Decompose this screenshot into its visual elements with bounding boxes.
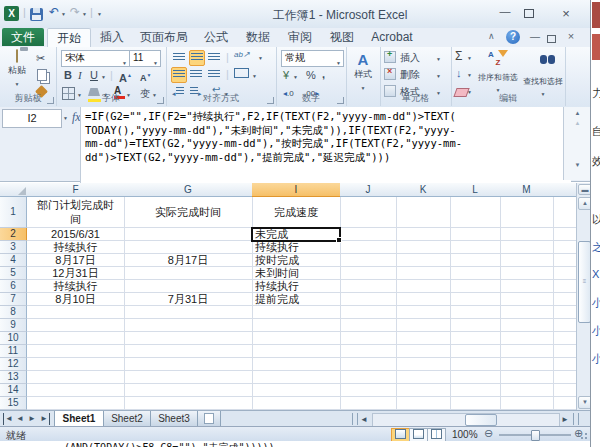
align-middle-icon[interactable]: [189, 50, 205, 66]
column-header-m[interactable]: M: [500, 183, 554, 197]
cell-g1[interactable]: 实际完成时间: [124, 197, 252, 227]
cell-i6[interactable]: 持续执行: [255, 280, 338, 293]
prev-sheet-icon[interactable]: ◄: [16, 413, 24, 425]
resize-grip-icon[interactable]: [585, 437, 587, 439]
selected-cell-border[interactable]: [251, 227, 341, 242]
row-header-1[interactable]: 1: [0, 197, 27, 228]
row-header-10[interactable]: 10: [0, 332, 27, 345]
insert-cells-button[interactable]: 插入: [400, 51, 420, 64]
tab-view[interactable]: 视图: [323, 28, 361, 46]
cell-f2[interactable]: 2015/6/31: [27, 228, 124, 241]
row-header-8[interactable]: 8: [0, 306, 27, 319]
italic-button[interactable]: I: [78, 69, 82, 82]
tab-acrobat[interactable]: Acrobat: [364, 28, 420, 46]
copy-icon[interactable]: [37, 69, 47, 83]
cell-f3[interactable]: 持续执行: [27, 241, 124, 254]
undo-icon[interactable]: ↶: [49, 5, 59, 19]
formula-scroll-up-icon[interactable]: ▲: [564, 110, 591, 116]
last-sheet-icon[interactable]: ►: [40, 413, 50, 425]
name-box-dropdown-icon[interactable]: ▼: [63, 115, 68, 121]
font-size-combo[interactable]: 11▼: [129, 50, 161, 67]
paste-button[interactable]: 粘贴 ▼: [2, 50, 32, 89]
hscroll-left-icon[interactable]: ◄: [360, 414, 368, 426]
cell-i4[interactable]: 按时完成: [255, 254, 338, 267]
maximize-button[interactable]: [524, 8, 534, 20]
column-header-n-partial[interactable]: [553, 183, 577, 197]
name-box[interactable]: I2: [2, 109, 62, 128]
row-header-14[interactable]: 14: [0, 384, 27, 397]
first-sheet-icon[interactable]: ◄: [3, 413, 13, 425]
minimize-button[interactable]: —: [495, 5, 515, 17]
tab-split-handle[interactable]: [352, 413, 358, 425]
close-button[interactable]: ×: [556, 6, 576, 21]
sort-filter-button[interactable]: A Z 排序和筛选 ▼: [475, 50, 521, 95]
row-header-9[interactable]: 9: [0, 319, 27, 332]
row-header-7[interactable]: 7: [0, 293, 27, 306]
zoom-slider-thumb[interactable]: [531, 430, 540, 441]
tab-data[interactable]: 数据: [239, 28, 277, 46]
page-break-view-button[interactable]: [427, 428, 446, 442]
hscroll-split-handle[interactable]: [573, 413, 579, 425]
underline-dropdown-icon[interactable]: ▼: [101, 74, 106, 80]
insert-dropdown-icon[interactable]: ▼: [436, 56, 441, 62]
vertical-scrollbar[interactable]: ▬ ▲ ≡ ▼: [576, 183, 591, 410]
cell-f7[interactable]: 8月10日: [27, 293, 124, 306]
row-header-4[interactable]: 4: [0, 254, 27, 267]
zoom-level[interactable]: 100%: [452, 429, 478, 440]
qat-customize-icon[interactable]: ▼: [97, 11, 102, 17]
autosum-dropdown-icon[interactable]: ▼: [467, 55, 472, 61]
orientation-icon[interactable]: ab↗: [234, 50, 250, 59]
column-header-j[interactable]: J: [340, 183, 397, 197]
delete-cells-button[interactable]: 删除: [400, 68, 420, 81]
tab-page-layout[interactable]: 页面布局: [134, 28, 194, 46]
insert-worksheet-tab[interactable]: [197, 411, 221, 427]
fill-dropdown-icon[interactable]: ▼: [467, 72, 472, 78]
delete-dropdown-icon[interactable]: ▼: [436, 73, 441, 79]
shrink-font-button[interactable]: A▼: [140, 69, 151, 85]
cell-i3[interactable]: 持续执行: [255, 241, 338, 254]
row-header-5[interactable]: 5: [0, 267, 27, 280]
row-header-2[interactable]: 2: [0, 228, 28, 241]
alignment-dialog-launcher-icon[interactable]: [267, 97, 274, 104]
merge-dropdown-icon[interactable]: ▼: [252, 73, 257, 79]
normal-view-button[interactable]: [391, 428, 410, 442]
workbook-minimize-icon[interactable]: —: [528, 30, 542, 43]
orientation-dropdown-icon[interactable]: ▼: [258, 55, 263, 61]
cell-i7[interactable]: 提前完成: [255, 293, 338, 306]
formula-scroll-down-icon[interactable]: ▼: [564, 162, 591, 168]
cell-f6[interactable]: 持续执行: [27, 280, 124, 293]
hscroll-right-icon[interactable]: ►: [561, 414, 569, 426]
comma-icon[interactable]: ,: [322, 68, 325, 81]
next-sheet-icon[interactable]: ►: [28, 413, 36, 425]
row-header-11[interactable]: 11: [0, 345, 27, 358]
sheet-tab-sheet3[interactable]: Sheet3: [150, 411, 198, 427]
cut-icon[interactable]: ✂: [36, 52, 45, 65]
column-header-g[interactable]: G: [124, 183, 253, 197]
save-icon[interactable]: [30, 7, 43, 21]
column-header-i[interactable]: I: [252, 183, 341, 198]
row-header-12[interactable]: 12: [0, 358, 27, 371]
cell-i5[interactable]: 未到时间: [255, 267, 338, 280]
grow-font-button[interactable]: A▲: [119, 69, 132, 85]
tab-formulas[interactable]: 公式: [197, 28, 235, 46]
align-center-icon[interactable]: [189, 68, 203, 82]
tab-review[interactable]: 审阅: [281, 28, 319, 46]
workbook-restore-icon[interactable]: [547, 33, 556, 45]
number-format-combo[interactable]: 常规▼: [281, 50, 344, 67]
clipboard-dialog-launcher-icon[interactable]: [47, 97, 54, 104]
align-bottom-icon[interactable]: [207, 51, 221, 65]
column-header-k[interactable]: K: [396, 183, 451, 197]
help-icon[interactable]: ?: [506, 30, 520, 44]
hscroll-thumb[interactable]: [465, 414, 497, 426]
styles-dropdown-icon[interactable]: ▼: [361, 85, 366, 91]
font-name-combo[interactable]: 宋体▼: [61, 50, 130, 67]
row-header-15[interactable]: 15: [0, 397, 27, 410]
zoom-out-icon[interactable]: ⊖: [484, 427, 493, 440]
bold-button[interactable]: B: [64, 69, 72, 82]
page-layout-view-button[interactable]: [409, 428, 428, 442]
column-header-f[interactable]: F: [27, 183, 125, 197]
column-header-l[interactable]: L: [450, 183, 501, 197]
sheet-tab-sheet2[interactable]: Sheet2: [103, 411, 151, 427]
select-all-corner[interactable]: [0, 183, 28, 197]
sheet-tab-sheet1[interactable]: Sheet1: [54, 411, 104, 427]
